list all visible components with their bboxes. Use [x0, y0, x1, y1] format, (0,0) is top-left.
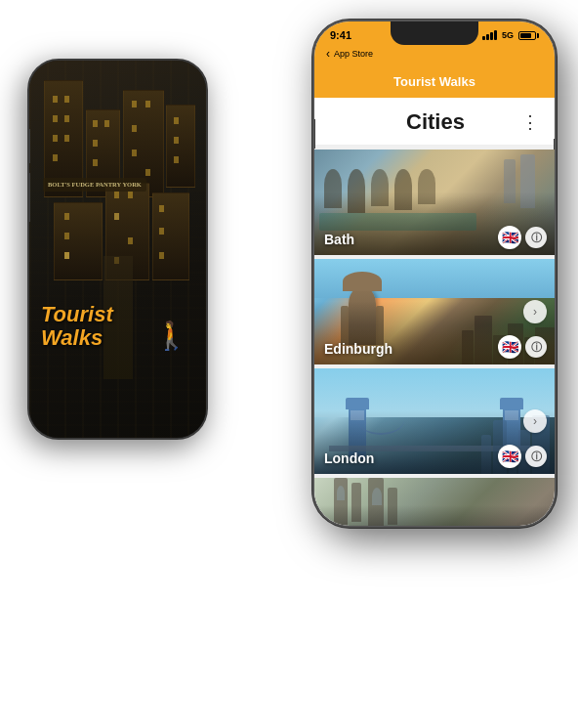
city-card-edinburgh[interactable]: Edinburgh 🇬🇧 ⓘ › [314, 259, 555, 364]
nav-title: Tourist Walks [393, 74, 475, 89]
edinburgh-flag: 🇬🇧 [498, 335, 521, 359]
nav-bar: Tourist Walks [314, 66, 555, 98]
london-label: London [324, 450, 374, 466]
phone-notch [391, 21, 478, 45]
edinburgh-label: Edinburgh [324, 341, 392, 357]
signal-bar-1 [482, 36, 485, 40]
sign-text: BOLT'S FUDGE PANTRY YORK [48, 181, 142, 189]
signal-bar-3 [490, 32, 493, 40]
london-badges: 🇬🇧 ⓘ [498, 445, 547, 468]
network-type: 5G [502, 30, 514, 40]
building-5 [54, 202, 103, 280]
back-phone-side-btn-1 [27, 129, 30, 163]
bath-flag: 🇬🇧 [498, 226, 521, 249]
battery-tip [537, 33, 539, 38]
london-flag: 🇬🇧 [498, 445, 521, 468]
edinburgh-info[interactable]: ⓘ [525, 336, 547, 358]
signal-bar-4 [494, 30, 497, 40]
cities-list: Bath 🇬🇧 ⓘ [314, 146, 555, 526]
bath-label: Bath [324, 232, 354, 247]
building-7 [152, 193, 189, 280]
london-chevron: › [523, 409, 547, 433]
city-card-york[interactable] [314, 478, 555, 526]
signal-bars [482, 30, 497, 40]
edinburgh-chevron: › [523, 300, 547, 323]
battery-icon [518, 31, 539, 40]
city-card-london[interactable]: London 🇬🇧 ⓘ › [314, 368, 555, 474]
city-card-bath[interactable]: Bath 🇬🇧 ⓘ [314, 150, 555, 255]
back-arrow-icon: ‹ [326, 47, 330, 61]
edinburgh-badges: 🇬🇧 ⓘ [498, 335, 547, 359]
silent-button [312, 119, 315, 149]
walker-icon: 🚶 [154, 320, 188, 352]
bath-info[interactable]: ⓘ [525, 227, 547, 248]
page-header: Cities ⋮ [314, 98, 555, 146]
london-info[interactable]: ⓘ [525, 446, 547, 467]
battery-body [518, 31, 536, 40]
scene: Tourist Walks 🚶 BOLT'S FUDGE PANTRY YORK… [0, 0, 578, 728]
back-phone-side-btn-2 [27, 173, 30, 222]
brand-tourist: Tourist [41, 303, 113, 326]
app-store-label: App Store [334, 49, 373, 59]
shop-sign: BOLT'S FUDGE PANTRY YORK [43, 178, 146, 192]
building-4 [166, 105, 195, 188]
brand-walks: Walks [41, 326, 113, 350]
back-phone: Tourist Walks 🚶 BOLT'S FUDGE PANTRY YORK [27, 59, 208, 440]
signal-bar-2 [486, 34, 489, 40]
menu-button[interactable]: ⋮ [521, 111, 539, 133]
back-phone-screen: Tourist Walks 🚶 BOLT'S FUDGE PANTRY YORK [29, 61, 206, 438]
app-store-bar[interactable]: ‹ App Store [314, 45, 555, 66]
tourist-walks-brand: Tourist Walks [41, 303, 113, 350]
bath-badges: 🇬🇧 ⓘ [498, 226, 547, 249]
status-time: 9:41 [330, 29, 351, 41]
york-gradient [314, 478, 555, 526]
phone-screen: 9:41 5G [314, 21, 555, 526]
battery-fill [520, 33, 531, 38]
status-icons: 5G [482, 30, 539, 40]
page-title: Cities [350, 109, 521, 135]
front-phone: 9:41 5G [312, 20, 557, 528]
